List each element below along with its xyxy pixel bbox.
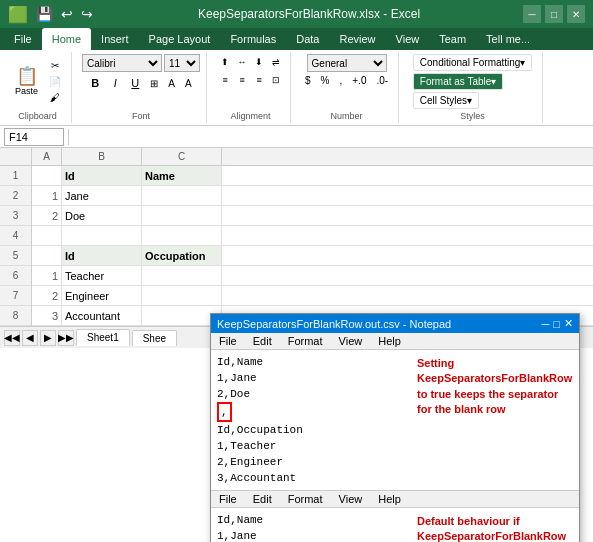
cell-c2[interactable] xyxy=(142,186,222,205)
currency-button[interactable]: $ xyxy=(301,73,315,88)
redo-button[interactable]: ↪ xyxy=(79,6,95,22)
sheet-nav-last[interactable]: ▶▶ xyxy=(58,330,74,346)
notepad-minimize[interactable]: ─ xyxy=(542,317,550,330)
format-painter-button[interactable]: 🖌 xyxy=(45,90,65,105)
align-top-button[interactable]: ⬆ xyxy=(217,54,233,70)
align-middle-button[interactable]: ↔ xyxy=(234,54,250,70)
cell-b2[interactable]: Jane xyxy=(62,186,142,205)
align-left-button[interactable]: ≡ xyxy=(217,72,233,88)
annotation-1: Setting KeepSeparatorsForBlankRow to tru… xyxy=(409,350,579,490)
cell-b4[interactable] xyxy=(62,226,142,245)
cell-b6[interactable]: Teacher xyxy=(62,266,142,285)
paste-button[interactable]: 📋 Paste xyxy=(10,64,43,99)
menu-format-2[interactable]: Format xyxy=(280,491,331,507)
menu-view-1[interactable]: View xyxy=(331,333,371,349)
cell-b8[interactable]: Accountant xyxy=(62,306,142,325)
number-format-select[interactable]: General xyxy=(307,54,387,72)
comma-button[interactable]: , xyxy=(335,73,346,88)
cell-b7[interactable]: Engineer xyxy=(62,286,142,305)
save-button[interactable]: 💾 xyxy=(34,6,55,22)
cell-styles-button[interactable]: Cell Styles▾ xyxy=(413,92,479,109)
notepad-maximize[interactable]: □ xyxy=(553,317,560,330)
conditional-formatting-button[interactable]: Conditional Formatting▾ xyxy=(413,54,533,71)
tab-view[interactable]: View xyxy=(386,28,430,50)
cell-a6[interactable]: 1 xyxy=(32,266,62,285)
spreadsheet-container: A B C 1 2 3 4 5 6 7 8 Id Name xyxy=(0,148,593,326)
table-row: 1 Jane xyxy=(32,186,593,206)
fill-color-button[interactable]: A xyxy=(164,76,179,91)
cell-a7[interactable]: 2 xyxy=(32,286,62,305)
tab-home[interactable]: Home xyxy=(42,28,91,50)
sheet-tab-sheet2[interactable]: Shee xyxy=(132,330,177,346)
notepad-close[interactable]: ✕ xyxy=(564,317,573,330)
menu-help-1[interactable]: Help xyxy=(370,333,409,349)
cell-c5[interactable]: Occupation xyxy=(142,246,222,265)
align-right-button[interactable]: ≡ xyxy=(251,72,267,88)
menu-file-2[interactable]: File xyxy=(211,491,245,507)
font-size-select[interactable]: 11 xyxy=(164,54,200,72)
align-center-button[interactable]: ≡ xyxy=(234,72,250,88)
tab-page-layout[interactable]: Page Layout xyxy=(139,28,221,50)
wrap-text-button[interactable]: ⇌ xyxy=(268,54,284,70)
csv-line: Id,Name xyxy=(217,354,403,370)
cell-c3[interactable] xyxy=(142,206,222,225)
tab-file[interactable]: File xyxy=(4,28,42,50)
cell-c6[interactable] xyxy=(142,266,222,285)
merge-button[interactable]: ⊡ xyxy=(268,72,284,88)
tab-team[interactable]: Team xyxy=(429,28,476,50)
cell-c1[interactable]: Name xyxy=(142,166,222,185)
sheet-nav-prev[interactable]: ◀ xyxy=(22,330,38,346)
menu-edit-1[interactable]: Edit xyxy=(245,333,280,349)
cell-a5[interactable] xyxy=(32,246,62,265)
name-box[interactable] xyxy=(4,128,64,146)
row-num-4: 4 xyxy=(0,226,31,246)
row-num-8: 8 xyxy=(0,306,31,326)
menu-edit-2[interactable]: Edit xyxy=(245,491,280,507)
clipboard-label: Clipboard xyxy=(18,109,57,121)
cell-a8[interactable]: 3 xyxy=(32,306,62,325)
sheet-tab-sheet1[interactable]: Sheet1 xyxy=(76,329,130,346)
undo-button[interactable]: ↩ xyxy=(59,6,75,22)
cell-b1[interactable]: Id xyxy=(62,166,142,185)
increase-decimal-button[interactable]: +.0 xyxy=(348,73,370,88)
number-buttons: $ % , +.0 .0- xyxy=(301,73,392,88)
cell-a2[interactable]: 1 xyxy=(32,186,62,205)
border-button[interactable]: ⊞ xyxy=(146,76,162,91)
tab-data[interactable]: Data xyxy=(286,28,329,50)
sheet-nav-first[interactable]: ◀◀ xyxy=(4,330,20,346)
decrease-decimal-button[interactable]: .0- xyxy=(372,73,392,88)
cell-c7[interactable] xyxy=(142,286,222,305)
underline-button[interactable]: U xyxy=(126,74,144,92)
paste-icon: 📋 xyxy=(16,67,38,85)
font-name-select[interactable]: Calibri xyxy=(82,54,162,72)
menu-help-2[interactable]: Help xyxy=(370,491,409,507)
tab-formulas[interactable]: Formulas xyxy=(220,28,286,50)
close-button[interactable]: ✕ xyxy=(567,5,585,23)
menu-format-1[interactable]: Format xyxy=(280,333,331,349)
cell-a1[interactable] xyxy=(32,166,62,185)
cut-button[interactable]: ✂ xyxy=(45,58,65,73)
cell-a3[interactable]: 2 xyxy=(32,206,62,225)
cell-c4[interactable] xyxy=(142,226,222,245)
tab-tell-me[interactable]: Tell me... xyxy=(476,28,540,50)
cell-b3[interactable]: Doe xyxy=(62,206,142,225)
italic-button[interactable]: I xyxy=(106,74,124,92)
col-header-b: B xyxy=(62,148,142,165)
menu-file-1[interactable]: File xyxy=(211,333,245,349)
tab-insert[interactable]: Insert xyxy=(91,28,139,50)
formula-input[interactable] xyxy=(73,131,589,143)
font-row-1: Calibri 11 xyxy=(82,54,200,72)
percent-button[interactable]: % xyxy=(317,73,334,88)
font-color-button[interactable]: A xyxy=(181,76,196,91)
cell-b5[interactable]: Id xyxy=(62,246,142,265)
minimize-button[interactable]: ─ xyxy=(523,5,541,23)
sheet-nav-next[interactable]: ▶ xyxy=(40,330,56,346)
copy-button[interactable]: 📄 xyxy=(45,74,65,89)
format-as-table-button[interactable]: Format as Table▾ xyxy=(413,73,504,90)
maximize-button[interactable]: □ xyxy=(545,5,563,23)
align-bottom-button[interactable]: ⬇ xyxy=(251,54,267,70)
menu-view-2[interactable]: View xyxy=(331,491,371,507)
tab-review[interactable]: Review xyxy=(329,28,385,50)
bold-button[interactable]: B xyxy=(86,74,104,92)
cell-a4[interactable] xyxy=(32,226,62,245)
